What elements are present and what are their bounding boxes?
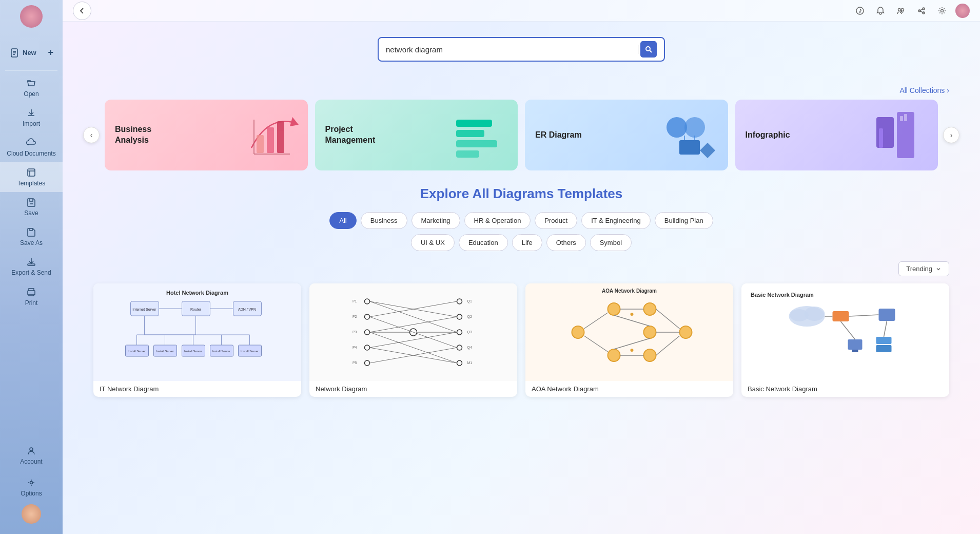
filter-others[interactable]: Others: [546, 234, 586, 251]
sidebar-bottom: Account Options: [17, 441, 45, 529]
svg-rect-121: [833, 311, 849, 321]
help-icon[interactable]: [853, 4, 867, 18]
svg-point-100: [572, 326, 584, 338]
card-infographic[interactable]: Infographic: [735, 100, 938, 170]
card-er-diagram[interactable]: ER Diagram: [525, 100, 728, 170]
template-aoa-label: AOA Network Diagram: [525, 381, 733, 397]
template-thumb-basic: Basic Network Diagram: [741, 283, 949, 381]
community-icon[interactable]: [894, 4, 908, 18]
export-icon: [26, 257, 36, 267]
filter-business[interactable]: Business: [361, 212, 407, 229]
sidebar-item-templates[interactable]: Templates: [0, 162, 63, 192]
account-icon: [26, 446, 36, 456]
svg-rect-2: [28, 264, 35, 265]
sidebar-saveas-label: Save As: [20, 239, 43, 246]
filter-symbol[interactable]: Symbol: [590, 234, 632, 251]
sidebar-item-save[interactable]: Save: [0, 192, 63, 222]
back-icon: [78, 7, 86, 15]
svg-text:P2: P2: [352, 315, 357, 318]
chevron-right-icon: ›: [947, 86, 949, 94]
template-hotel-label: IT Network Diagram: [93, 381, 301, 397]
card-er-label: ER Diagram: [535, 130, 718, 141]
svg-rect-1: [28, 169, 35, 176]
user-avatar[interactable]: [955, 4, 970, 18]
filter-building[interactable]: Building Plan: [655, 212, 713, 229]
sidebar-item-saveas[interactable]: Save As: [0, 222, 63, 252]
svg-point-104: [644, 326, 656, 338]
aoa-network-svg: AOA Network Diagram: [525, 283, 733, 381]
sidebar-item-account[interactable]: Account: [17, 441, 45, 470]
card-business-analysis[interactable]: BusinessAnalysis: [105, 100, 308, 170]
svg-point-5: [30, 482, 32, 484]
share-icon[interactable]: [914, 4, 929, 18]
filter-life[interactable]: Life: [512, 234, 542, 251]
svg-text:AOA Network Diagram: AOA Network Diagram: [602, 288, 657, 294]
sidebar-item-new[interactable]: New +: [0, 37, 63, 68]
template-card-basic-network[interactable]: Basic Network Diagram: [741, 283, 949, 397]
all-collections-link[interactable]: All Collections ›: [899, 86, 949, 94]
svg-text:Q2: Q2: [467, 315, 472, 319]
svg-point-120: [790, 309, 809, 321]
svg-text:Router: Router: [190, 308, 202, 311]
template-grid: Hotel Network Diagram Internet Server Ro…: [93, 283, 949, 412]
filter-all[interactable]: All: [329, 212, 356, 229]
svg-text:Q3: Q3: [467, 330, 472, 334]
sidebar-item-cloud[interactable]: Cloud Documents: [0, 132, 63, 162]
svg-point-103: [644, 303, 656, 315]
svg-point-101: [608, 303, 620, 315]
sidebar-item-open[interactable]: Open: [0, 73, 63, 103]
sidebar-options-label: Options: [21, 490, 42, 497]
card-project-label: ProjectManagement: [325, 124, 508, 146]
print-icon: [26, 287, 36, 297]
template-card-aoa[interactable]: AOA Network Diagram: [525, 283, 733, 397]
template-icon: [26, 167, 36, 178]
sidebar-save-label: Save: [24, 209, 38, 217]
search-input[interactable]: [386, 45, 638, 54]
svg-text:Internet Server: Internet Server: [132, 308, 156, 311]
saveas-icon: [26, 227, 36, 237]
sidebar-item-import[interactable]: Import: [0, 103, 63, 132]
settings-icon[interactable]: [935, 4, 949, 18]
basic-network-title: Basic Network Diagram: [747, 289, 818, 301]
cloud-icon: [26, 138, 36, 148]
carousel-items: BusinessAnalysis: [105, 100, 938, 170]
sidebar: New + Open Import Cloud Documents Templa…: [0, 0, 63, 534]
filter-education[interactable]: Education: [459, 234, 508, 251]
template-thumb-hotel: Hotel Network Diagram Internet Server Ro…: [93, 283, 301, 381]
sidebar-new-label: New: [23, 49, 36, 56]
filter-hr[interactable]: HR & Operation: [464, 212, 531, 229]
sidebar-item-print[interactable]: Print: [0, 282, 63, 312]
notification-icon[interactable]: [873, 4, 888, 18]
search-icon: [645, 46, 652, 53]
filter-ui[interactable]: UI & UX: [411, 234, 455, 251]
search-cursor: [638, 45, 638, 54]
filter-marketing[interactable]: Marketing: [411, 212, 460, 229]
main-content: All Collections › ‹ BusinessAnalysis: [63, 0, 980, 534]
svg-point-116: [631, 313, 634, 316]
card-infographic-label: Infographic: [746, 130, 928, 141]
filter-row-2: UI & UX Education Life Others Symbol: [93, 234, 949, 251]
svg-line-130: [884, 321, 887, 337]
svg-rect-126: [876, 345, 892, 352]
sort-dropdown[interactable]: Trending: [898, 261, 949, 276]
sidebar-item-export[interactable]: Export & Send: [0, 252, 63, 281]
sidebar-item-options[interactable]: Options: [17, 472, 45, 502]
sidebar-nav: New + Open Import Cloud Documents Templa…: [0, 37, 63, 441]
card-project-management[interactable]: ProjectManagement: [315, 100, 518, 170]
hotel-network-svg: Hotel Network Diagram Internet Server Ro…: [93, 283, 301, 381]
carousel-next-button[interactable]: ›: [943, 127, 959, 143]
network-diagram-svg: P1 P2 P3 P4 P5 Q1 Q2 Q3 Q4 M1: [309, 283, 517, 381]
back-button[interactable]: [73, 2, 91, 20]
svg-rect-24: [456, 150, 479, 158]
svg-point-4: [30, 448, 33, 451]
save-icon: [26, 197, 36, 207]
template-card-network[interactable]: P1 P2 P3 P4 P5 Q1 Q2 Q3 Q4 M1 Network Di…: [309, 283, 517, 397]
avatar-bottom[interactable]: [22, 504, 41, 524]
carousel-prev-button[interactable]: ‹: [83, 127, 100, 143]
search-button[interactable]: [640, 41, 657, 58]
svg-rect-35: [904, 114, 907, 121]
svg-rect-122: [879, 309, 895, 321]
template-card-hotel-network[interactable]: Hotel Network Diagram Internet Server Ro…: [93, 283, 301, 397]
filter-product[interactable]: Product: [535, 212, 577, 229]
filter-it[interactable]: IT & Engineering: [581, 212, 651, 229]
